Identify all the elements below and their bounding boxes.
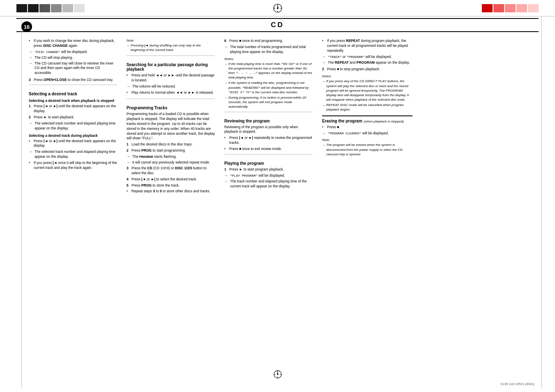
search-arrow-1: The volume will be reduced. [127,84,215,89]
during-bullet-2: • If you press |◄ once it will skip to t… [29,161,117,171]
deco-block-1 [16,4,27,12]
intro-arrow-2: The CD will stop playing. [29,55,117,60]
step-6-row: 6 Press ■ once to end programming. [224,39,313,44]
erasing-section: Erasing the program (when playback is st… [322,115,412,136]
selecting-during-subtitle: Selecting a desired track during playbac… [29,134,117,138]
note-3-col3: During programming, if no button is pres… [224,95,313,109]
searching-section: Searching for a particular passage durin… [127,55,215,95]
top-decoration-bar [0,0,555,16]
playing-arrow-2: The track number and elapsed playing tim… [224,179,313,189]
page-number-badge: 16 [21,21,32,32]
programming-intro: Programming tracks of a loaded CD is pos… [127,112,215,141]
deco-block-right-2 [493,4,504,12]
playing-section: Playing the program 1 Press ► to start p… [224,154,313,189]
selecting-stopped-subtitle: Selecting a desired track when playback … [29,99,117,103]
main-content: • If you wish to change the inner disc d… [0,32,555,212]
note-2-col4: REPEAT DISC mode will be cancelled when … [322,103,412,112]
cd-header: CD [16,18,539,32]
deco-block-3 [39,4,50,12]
note-label-col2: Note: [127,39,215,42]
programming-section: Programming Tracks Programming tracks of… [127,99,215,194]
reviewing-intro: Reviewing of the program is possible onl… [224,125,313,135]
right-margin-rule [541,16,542,388]
search-bullet-2: • Play returns to normal when ◄◄ or ►► i… [127,90,215,95]
compass-center [273,3,283,13]
column-4: • If you press REPEAT during program pla… [322,35,412,195]
col1-intro: • If you wish to change the inner disc d… [29,39,117,83]
deco-block-right-5 [528,4,539,12]
step-2-stopped: 2 Press ► to start playback. [29,115,117,120]
erasing-bullet-1: • Press ■. [322,125,412,130]
deco-blocks-right [482,4,539,12]
col3-step6: 6 Press ■ once to end programming. The t… [224,39,313,55]
deco-block-right-1 [482,4,493,12]
erasing-arrow-1: "PROGRAM CLEARED" will be displayed. [322,131,412,136]
left-margin-rule [21,16,22,388]
col2-note: Note: Pressing |◄ during shuffling can o… [127,39,215,52]
intro-arrow-3: The CD carousel tray will close to retri… [29,61,117,76]
deco-block-right-4 [516,4,527,12]
during-bullet-1: • Press |◄ or ►| until the desired track… [29,139,117,149]
repeat-arrow-1: "TRACK" or "PROGRAM" will be displayed. [322,55,412,60]
note-line-col2: Pressing |◄ during shuffling can only sk… [127,43,215,52]
prog-step-2-arrow-1: The PROGRAM starts flashing. [127,154,215,159]
prog-step-2: 2 Press PROG to start programming. [127,148,215,153]
col4-repeat: • If you press REPEAT during program pla… [322,39,412,72]
erasing-note-line: The program will be erased when the syst… [322,143,412,157]
note-1-col4: If you press any of the CD DIRECT PLAY b… [322,79,412,102]
column-1: • If you wish to change the inner disc d… [29,35,123,195]
erasing-title: Erasing the program [322,119,362,123]
column-2: Note: Pressing |◄ during shuffling can o… [127,35,221,195]
prog-repeat-bullet: • Repeat steps 3 to 5 to store other dis… [127,189,215,194]
intro-bullet-1: • If you wish to change the inner disc d… [29,39,117,48]
deco-block-2 [28,4,39,12]
note-1-col3: If the total playing time is more than "… [224,62,313,80]
repeat-arrow-2: The REPEAT and PROGRAM appear on the dis… [322,60,412,65]
footer-text: 3139 116 19521 (ENG) [500,382,534,386]
reviewing-section: Reviewing the program Reviewing of the p… [224,112,313,152]
col4-notes: Notes: If you press any of the CD DIRECT… [322,74,412,112]
prog-step-3: 3 Press the CD (CD 1•2•3) or DISC 1/2/3 … [127,166,215,176]
programming-title: Programming Tracks [127,106,215,110]
selecting-track-section: Selecting a desired track Selecting a de… [29,85,117,171]
deco-block-right-3 [505,4,516,12]
deco-block-4 [51,4,62,12]
during-arrow-1: The selected track number and elapsed pl… [29,150,117,159]
step-1-stopped: 1 Press |◄ or ►| until the desired track… [29,104,117,114]
erasing-title-row: Erasing the program (when playback is st… [322,119,412,125]
deco-blocks-left [16,4,85,12]
bottom-compass-icon [273,370,282,379]
erasing-subtitle: (when playback is stopped) [364,120,404,123]
reviewing-bullet-1: • Press |◄ or ►| repeatedly to review th… [224,136,313,145]
prog-step-4: 4 Press |◄ or ►| to select the desired t… [127,177,215,182]
step-6-arrow: The total number of tracks programmed an… [224,45,313,55]
reviewing-title: Reviewing the program [224,119,313,123]
page: CD 16 • If you wish to change the inner … [0,0,555,392]
col3-notes: Notes: If the total playing time is more… [224,57,313,109]
step-3-row: 3 Press OPEN•CLOSE to close the CD carou… [29,78,117,83]
searching-title: Searching for a particular passage durin… [127,62,215,71]
compass-icon [273,3,283,13]
search-bullet-1: • Press and hold ◄◄ or ►► until the desi… [127,73,215,83]
playing-title: Playing the program [224,161,313,166]
prog-step-5: 5 Press PROG to store the track. [127,183,215,188]
playing-arrow-1: "PLAY PROGRAM" will be displayed. [224,173,313,178]
svg-marker-13 [277,371,278,374]
bottom-compass [273,370,282,380]
playing-step-1: 1 Press ► to start program playback. [224,167,313,172]
col4-step2: 2 Press ■ to stop program playback. [322,67,412,72]
svg-marker-6 [277,5,278,8]
intro-arrow-1: "DISC CHANGE" will be displayed. [29,50,117,55]
reviewing-bullet-2: • Press ■ once to exit review mode. [224,147,313,152]
step-2-arrow: The selected track number and elapsed pl… [29,121,117,131]
prog-step-1: 1 Load the desired discs in the disc tra… [127,142,215,147]
repeat-bullet-1: • If you press REPEAT during program pla… [322,39,412,53]
erasing-note-label: Note: [322,138,412,142]
note-2-col3: If the system is reading the disc, progr… [224,81,313,95]
column-3: 6 Press ■ once to end programming. The t… [224,35,319,195]
deco-block-5 [62,4,73,12]
deco-block-6 [74,4,85,12]
selecting-track-title: Selecting a desired track [29,92,117,96]
notes-label-col4: Notes: [322,74,412,78]
erasing-note-section: Note: The program will be erased when th… [322,138,412,157]
